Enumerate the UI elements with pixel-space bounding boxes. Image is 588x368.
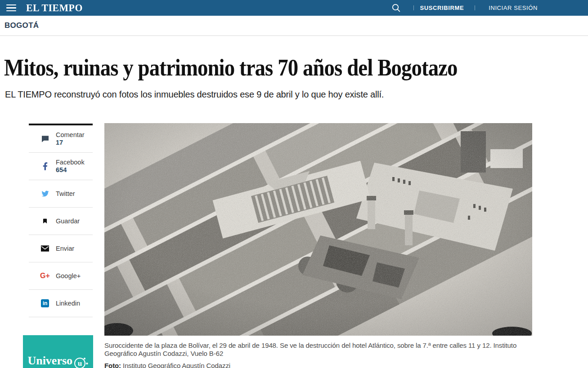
share-label: Twitter [56, 190, 75, 198]
menu-button[interactable] [6, 4, 17, 13]
subscribe-link[interactable]: SUSCRIBIRME [420, 4, 464, 11]
universo-logo: Universou. [23, 354, 93, 368]
hamburger-icon [6, 4, 16, 6]
aerial-photo-placeholder [104, 123, 532, 336]
page-title: Mitos, ruinas y patrimonio tras 70 años … [4, 56, 571, 80]
facebook-icon [40, 162, 49, 171]
share-widget: Comentar 17 Facebook 654 Twitter [29, 124, 93, 317]
search-icon [391, 3, 401, 13]
universo-u-icon: u [74, 358, 85, 368]
share-label: Comentar [56, 131, 85, 139]
twitter-share-button[interactable]: Twitter [29, 180, 93, 208]
article-subtitle: EL TIEMPO reconstruyó con fotos los inmu… [5, 89, 567, 100]
save-button[interactable]: Guardar [29, 208, 93, 235]
search-button[interactable] [391, 3, 401, 13]
googleplus-share-button[interactable]: G+ Google+ [29, 262, 93, 290]
page: EL TIEMPO SUSCRIBIRME INICIAR SESIÓN BOG… [0, 0, 588, 368]
login-link[interactable]: INICIAR SESIÓN [489, 4, 538, 11]
comment-count: 17 [56, 139, 85, 146]
article-photo [104, 123, 532, 336]
share-label: Google+ [56, 272, 81, 280]
facebook-count: 654 [56, 166, 85, 174]
hamburger-icon [6, 10, 16, 12]
topbar-divider [475, 5, 475, 10]
twitter-icon [40, 189, 49, 198]
facebook-share-button[interactable]: Facebook 654 [29, 153, 93, 180]
share-label: Linkedin [56, 300, 80, 307]
linkedin-share-button[interactable]: in Linkedin [29, 290, 93, 317]
photo-caption: Suroccidente de la plaza de Bolívar, el … [104, 341, 532, 358]
topbar-divider [413, 5, 414, 10]
el-tiempo-logo[interactable]: EL TIEMPO [26, 2, 83, 14]
comment-icon [40, 134, 49, 143]
email-icon [40, 244, 49, 253]
bookmark-icon [40, 217, 49, 226]
photo-credit: Foto: Instituto Geográfico Agustín Codaz… [104, 362, 532, 368]
share-label: Enviar [56, 245, 74, 253]
share-label: Guardar [56, 217, 80, 225]
top-navigation-bar: EL TIEMPO SUSCRIBIRME INICIAR SESIÓN [0, 0, 588, 16]
googleplus-icon: G+ [40, 271, 49, 280]
article-figure: Suroccidente de la plaza de Bolívar, el … [104, 123, 532, 368]
advertisement-universo[interactable]: Universou. [23, 335, 93, 368]
section-bar: BOGOTÁ [0, 16, 588, 36]
topbar-actions: SUSCRIBIRME INICIAR SESIÓN [391, 3, 538, 13]
send-email-button[interactable]: Enviar [29, 235, 93, 262]
share-label: Facebook [56, 159, 85, 166]
linkedin-icon: in [40, 299, 49, 308]
comment-button[interactable]: Comentar 17 [29, 125, 93, 153]
hamburger-icon [6, 7, 16, 9]
breadcrumb-bogota[interactable]: BOGOTÁ [4, 21, 39, 30]
